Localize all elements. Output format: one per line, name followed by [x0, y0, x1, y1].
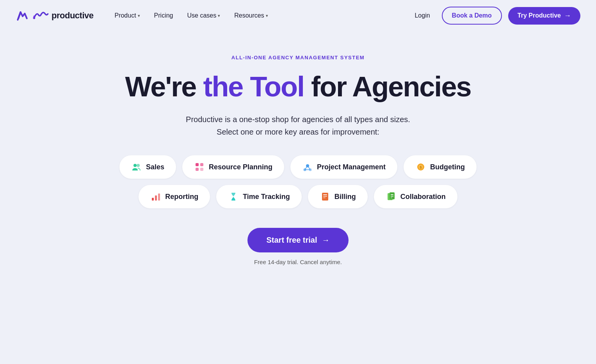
pill-project-management[interactable]: Project Management — [290, 155, 397, 179]
doc-icon — [386, 191, 397, 202]
svg-rect-5 — [196, 168, 199, 171]
logo[interactable]: productive — [16, 9, 93, 23]
pill-reporting[interactable]: Reporting — [139, 185, 210, 208]
svg-point-1 — [133, 164, 137, 167]
hero-subtext: Productive is a one-stop shop for agenci… — [186, 113, 410, 138]
nav-resources[interactable]: Resources ▾ — [229, 9, 273, 22]
nav-pricing[interactable]: Pricing — [149, 9, 179, 22]
logo-text: productive — [52, 11, 93, 21]
svg-rect-20 — [323, 194, 327, 195]
chevron-down-icon: ▾ — [266, 13, 268, 18]
pill-time-tracking[interactable]: Time Tracking — [216, 185, 302, 208]
people-icon — [131, 162, 142, 172]
start-trial-button[interactable]: Start free trial → — [247, 228, 348, 252]
book-demo-button[interactable]: Book a Demo — [442, 7, 502, 25]
svg-text:$: $ — [420, 165, 422, 169]
svg-rect-16 — [152, 198, 154, 201]
svg-point-2 — [137, 164, 140, 167]
svg-rect-25 — [391, 194, 393, 195]
nav-links: Product ▾ Pricing Use cases ▾ Resources … — [109, 9, 409, 22]
nav-use-cases[interactable]: Use cases ▾ — [182, 9, 226, 22]
bars-icon — [150, 191, 161, 202]
hero-heading: We're the Tool for Agencies — [125, 71, 471, 102]
pills-row-1: Sales Resource Planning — [84, 155, 513, 179]
nav-product[interactable]: Product ▾ — [109, 9, 145, 22]
trial-note: Free 14-day trial. Cancel anytime. — [254, 259, 342, 265]
triangle-icon — [302, 162, 313, 172]
svg-rect-17 — [155, 195, 157, 201]
nav-actions: Login Book a Demo Try Productive → — [409, 7, 580, 25]
hero-section: ALL-IN-ONE AGENCY MANAGEMENT SYSTEM We'r… — [0, 31, 596, 281]
svg-rect-18 — [158, 194, 160, 201]
svg-rect-4 — [200, 163, 203, 166]
pill-budgeting[interactable]: $ Budgeting — [404, 155, 477, 179]
chevron-down-icon: ▾ — [218, 13, 220, 18]
feature-pills: Sales Resource Planning — [84, 155, 513, 208]
pill-billing[interactable]: Billing — [308, 185, 368, 208]
pill-collaboration[interactable]: Collaboration — [374, 185, 457, 208]
login-button[interactable]: Login — [409, 9, 435, 22]
svg-rect-6 — [200, 168, 203, 171]
coin-icon: $ — [415, 162, 426, 172]
cta-section: Start free trial → Free 14-day trial. Ca… — [247, 228, 348, 265]
chevron-down-icon: ▾ — [138, 13, 140, 18]
invoice-icon — [320, 191, 331, 202]
svg-rect-26 — [391, 196, 393, 197]
svg-rect-21 — [323, 196, 327, 197]
grid-icon — [194, 162, 205, 172]
hourglass-icon — [228, 191, 239, 202]
pills-row-2: Reporting Time Tracking — [84, 185, 513, 208]
svg-rect-27 — [391, 197, 392, 198]
svg-rect-3 — [196, 163, 199, 166]
try-productive-button[interactable]: Try Productive → — [508, 7, 580, 25]
pill-sales[interactable]: Sales — [119, 155, 176, 179]
pill-resource-planning[interactable]: Resource Planning — [182, 155, 284, 179]
svg-rect-22 — [323, 197, 326, 198]
arrow-right-icon: → — [564, 12, 571, 20]
hero-eyebrow: ALL-IN-ONE AGENCY MANAGEMENT SYSTEM — [231, 55, 365, 60]
main-nav: productive Product ▾ Pricing Use cases ▾… — [0, 0, 596, 31]
arrow-right-icon: → — [322, 236, 330, 245]
